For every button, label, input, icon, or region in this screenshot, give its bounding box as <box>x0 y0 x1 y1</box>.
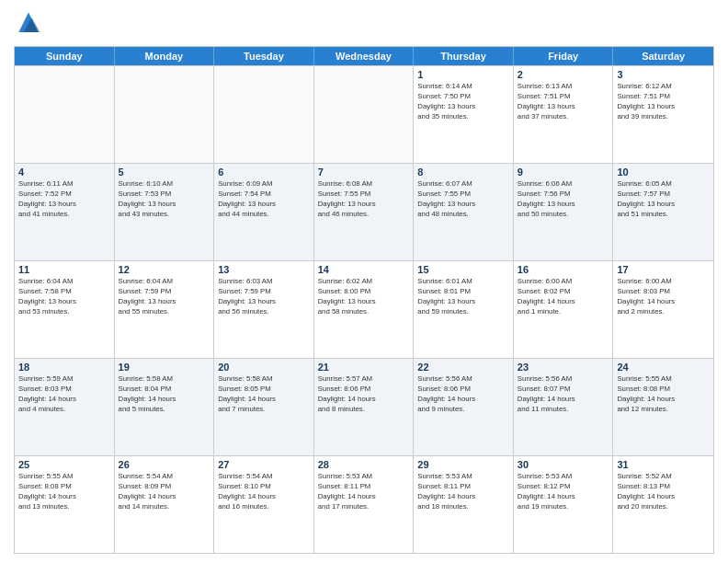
day-number: 18 <box>18 362 110 373</box>
header-day-saturday: Saturday <box>613 47 713 65</box>
day-number: 22 <box>417 362 509 373</box>
day-number: 7 <box>318 167 410 178</box>
calendar-day-3: 3Sunrise: 6:12 AM Sunset: 7:51 PM Daylig… <box>613 66 713 163</box>
calendar-header: SundayMondayTuesdayWednesdayThursdayFrid… <box>15 47 713 65</box>
day-info: Sunrise: 6:10 AM Sunset: 7:53 PM Dayligh… <box>119 179 210 220</box>
day-number: 29 <box>417 459 509 470</box>
calendar-day-1: 1Sunrise: 6:14 AM Sunset: 7:50 PM Daylig… <box>414 66 514 163</box>
day-info: Sunrise: 6:12 AM Sunset: 7:51 PM Dayligh… <box>617 82 710 122</box>
day-info: Sunrise: 5:59 AM Sunset: 8:03 PM Dayligh… <box>18 374 110 415</box>
calendar-week-2: 4Sunrise: 6:11 AM Sunset: 7:52 PM Daylig… <box>15 163 713 260</box>
calendar-day-2: 2Sunrise: 6:13 AM Sunset: 7:51 PM Daylig… <box>514 66 614 163</box>
day-info: Sunrise: 6:13 AM Sunset: 7:51 PM Dayligh… <box>518 82 609 122</box>
day-number: 9 <box>518 167 609 178</box>
header-day-monday: Monday <box>115 47 215 65</box>
day-number: 24 <box>617 362 710 373</box>
calendar-day-14: 14Sunrise: 6:02 AM Sunset: 8:00 PM Dayli… <box>314 261 415 358</box>
header-day-wednesday: Wednesday <box>314 47 415 65</box>
calendar-empty-cell <box>115 66 215 163</box>
calendar-day-12: 12Sunrise: 6:04 AM Sunset: 7:59 PM Dayli… <box>115 261 215 358</box>
day-number: 20 <box>218 362 310 373</box>
header-day-friday: Friday <box>514 47 614 65</box>
day-info: Sunrise: 6:04 AM Sunset: 7:59 PM Dayligh… <box>119 277 210 317</box>
day-info: Sunrise: 5:53 AM Sunset: 8:11 PM Dayligh… <box>318 472 410 512</box>
calendar-day-22: 22Sunrise: 5:56 AM Sunset: 8:06 PM Dayli… <box>414 359 514 455</box>
calendar-day-28: 28Sunrise: 5:53 AM Sunset: 8:11 PM Dayli… <box>314 456 415 553</box>
day-number: 1 <box>417 69 509 80</box>
day-number: 4 <box>18 167 110 178</box>
day-info: Sunrise: 6:02 AM Sunset: 8:00 PM Dayligh… <box>318 277 410 317</box>
day-info: Sunrise: 6:09 AM Sunset: 7:54 PM Dayligh… <box>218 179 310 220</box>
calendar-week-1: 1Sunrise: 6:14 AM Sunset: 7:50 PM Daylig… <box>15 65 713 163</box>
day-number: 14 <box>318 264 410 275</box>
day-info: Sunrise: 6:01 AM Sunset: 8:01 PM Dayligh… <box>417 277 509 317</box>
day-info: Sunrise: 6:03 AM Sunset: 7:59 PM Dayligh… <box>218 277 310 317</box>
day-info: Sunrise: 6:08 AM Sunset: 7:55 PM Dayligh… <box>318 179 410 220</box>
calendar-day-15: 15Sunrise: 6:01 AM Sunset: 8:01 PM Dayli… <box>414 261 514 358</box>
logo <box>14 9 47 39</box>
day-number: 5 <box>119 167 210 178</box>
day-number: 12 <box>119 264 210 275</box>
day-number: 3 <box>617 69 710 80</box>
calendar-empty-cell <box>314 66 415 163</box>
header <box>14 9 714 39</box>
calendar-empty-cell <box>15 66 115 163</box>
day-info: Sunrise: 5:54 AM Sunset: 8:10 PM Dayligh… <box>218 472 310 512</box>
day-info: Sunrise: 6:14 AM Sunset: 7:50 PM Dayligh… <box>417 82 509 122</box>
calendar-day-17: 17Sunrise: 6:00 AM Sunset: 8:03 PM Dayli… <box>613 261 713 358</box>
day-info: Sunrise: 5:53 AM Sunset: 8:12 PM Dayligh… <box>518 472 609 512</box>
day-info: Sunrise: 6:00 AM Sunset: 8:02 PM Dayligh… <box>518 277 609 317</box>
day-number: 2 <box>518 69 609 80</box>
day-number: 15 <box>417 264 509 275</box>
page: SundayMondayTuesdayWednesdayThursdayFrid… <box>0 0 728 563</box>
calendar-day-19: 19Sunrise: 5:58 AM Sunset: 8:04 PM Dayli… <box>115 359 215 455</box>
calendar-day-10: 10Sunrise: 6:05 AM Sunset: 7:57 PM Dayli… <box>613 164 713 260</box>
day-number: 8 <box>417 167 509 178</box>
day-number: 17 <box>617 264 710 275</box>
day-number: 28 <box>318 459 410 470</box>
day-info: Sunrise: 6:11 AM Sunset: 7:52 PM Dayligh… <box>18 179 110 220</box>
day-info: Sunrise: 5:58 AM Sunset: 8:04 PM Dayligh… <box>119 374 210 415</box>
day-number: 25 <box>18 459 110 470</box>
calendar-day-4: 4Sunrise: 6:11 AM Sunset: 7:52 PM Daylig… <box>15 164 115 260</box>
day-number: 19 <box>119 362 210 373</box>
calendar-week-5: 25Sunrise: 5:55 AM Sunset: 8:08 PM Dayli… <box>15 455 713 553</box>
logo-icon <box>14 9 43 39</box>
calendar-body: 1Sunrise: 6:14 AM Sunset: 7:50 PM Daylig… <box>15 65 713 553</box>
calendar-day-13: 13Sunrise: 6:03 AM Sunset: 7:59 PM Dayli… <box>214 261 314 358</box>
day-number: 26 <box>119 459 210 470</box>
calendar-day-29: 29Sunrise: 5:53 AM Sunset: 8:11 PM Dayli… <box>414 456 514 553</box>
day-info: Sunrise: 6:07 AM Sunset: 7:55 PM Dayligh… <box>417 179 509 220</box>
header-day-sunday: Sunday <box>15 47 115 65</box>
calendar-day-27: 27Sunrise: 5:54 AM Sunset: 8:10 PM Dayli… <box>214 456 314 553</box>
calendar-day-18: 18Sunrise: 5:59 AM Sunset: 8:03 PM Dayli… <box>15 359 115 455</box>
calendar-day-6: 6Sunrise: 6:09 AM Sunset: 7:54 PM Daylig… <box>214 164 314 260</box>
calendar-day-31: 31Sunrise: 5:52 AM Sunset: 8:13 PM Dayli… <box>613 456 713 553</box>
day-info: Sunrise: 5:55 AM Sunset: 8:08 PM Dayligh… <box>18 472 110 512</box>
calendar-day-25: 25Sunrise: 5:55 AM Sunset: 8:08 PM Dayli… <box>15 456 115 553</box>
day-number: 31 <box>617 459 710 470</box>
day-info: Sunrise: 5:56 AM Sunset: 8:07 PM Dayligh… <box>518 374 609 415</box>
day-number: 10 <box>617 167 710 178</box>
day-info: Sunrise: 5:57 AM Sunset: 8:06 PM Dayligh… <box>318 374 410 415</box>
day-info: Sunrise: 5:55 AM Sunset: 8:08 PM Dayligh… <box>617 374 710 415</box>
day-number: 6 <box>218 167 310 178</box>
header-day-tuesday: Tuesday <box>214 47 314 65</box>
calendar-week-4: 18Sunrise: 5:59 AM Sunset: 8:03 PM Dayli… <box>15 358 713 455</box>
day-info: Sunrise: 6:00 AM Sunset: 8:03 PM Dayligh… <box>617 277 710 317</box>
day-info: Sunrise: 5:54 AM Sunset: 8:09 PM Dayligh… <box>119 472 210 512</box>
day-info: Sunrise: 6:06 AM Sunset: 7:56 PM Dayligh… <box>518 179 609 220</box>
calendar-day-9: 9Sunrise: 6:06 AM Sunset: 7:56 PM Daylig… <box>514 164 614 260</box>
day-number: 21 <box>318 362 410 373</box>
day-info: Sunrise: 6:04 AM Sunset: 7:58 PM Dayligh… <box>18 277 110 317</box>
day-number: 16 <box>518 264 609 275</box>
day-info: Sunrise: 6:05 AM Sunset: 7:57 PM Dayligh… <box>617 179 710 220</box>
calendar-day-8: 8Sunrise: 6:07 AM Sunset: 7:55 PM Daylig… <box>414 164 514 260</box>
day-info: Sunrise: 5:53 AM Sunset: 8:11 PM Dayligh… <box>417 472 509 512</box>
day-info: Sunrise: 5:52 AM Sunset: 8:13 PM Dayligh… <box>617 472 710 512</box>
calendar-week-3: 11Sunrise: 6:04 AM Sunset: 7:58 PM Dayli… <box>15 260 713 358</box>
calendar-day-5: 5Sunrise: 6:10 AM Sunset: 7:53 PM Daylig… <box>115 164 215 260</box>
calendar-day-23: 23Sunrise: 5:56 AM Sunset: 8:07 PM Dayli… <box>514 359 614 455</box>
calendar-day-11: 11Sunrise: 6:04 AM Sunset: 7:58 PM Dayli… <box>15 261 115 358</box>
day-info: Sunrise: 5:56 AM Sunset: 8:06 PM Dayligh… <box>417 374 509 415</box>
